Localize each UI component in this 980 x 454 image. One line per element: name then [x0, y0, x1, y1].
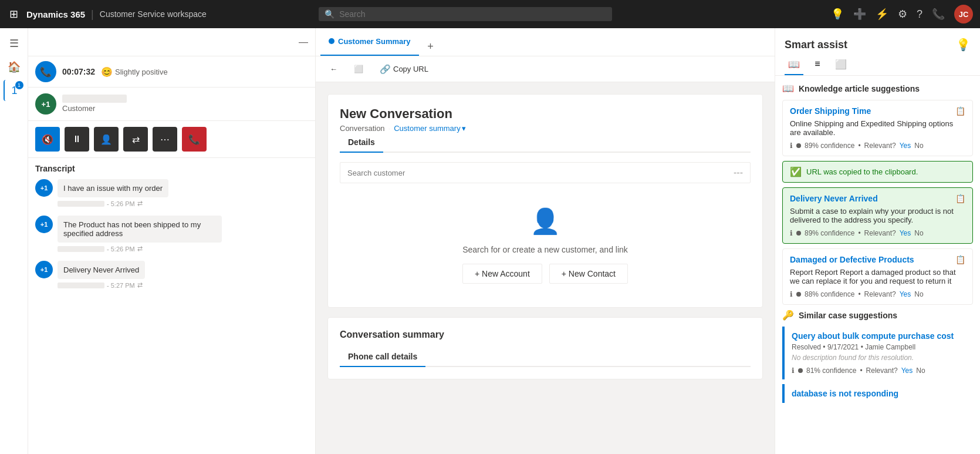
cta-buttons: + New Account + New Contact: [462, 264, 628, 284]
new-contact-button[interactable]: + New Contact: [549, 264, 628, 284]
phone-tab-bar: Phone call details: [340, 347, 751, 367]
details-tab-bar: Details: [340, 133, 751, 153]
sentiment-icon: 😊: [101, 66, 113, 78]
copied-text: URL was copied to the clipboard.: [806, 167, 918, 176]
conversation-summary-card: Conversation summary Phone call details: [327, 317, 763, 379]
add-nav-icon[interactable]: ➕: [853, 8, 866, 21]
phone-nav-icon[interactable]: 📞: [932, 8, 945, 21]
search-bar[interactable]: 🔍: [319, 7, 612, 21]
new-conversation-card: New Conversation Conversation · Customer…: [327, 94, 763, 308]
relevant-yes-2[interactable]: Yes: [900, 229, 911, 237]
relevant-no-2[interactable]: No: [914, 229, 923, 237]
info-icon-1[interactable]: ℹ: [790, 142, 793, 150]
suggestion-title-3[interactable]: Damaged or Defective Products 📋: [790, 255, 965, 264]
translate-icon-1[interactable]: ⇄: [137, 200, 143, 207]
more-button[interactable]: ⋯: [153, 127, 177, 152]
back-icon: ←: [330, 65, 337, 73]
consult-button[interactable]: ⇄: [123, 127, 148, 152]
search-customer-field[interactable]: ---: [340, 162, 751, 183]
grid-icon[interactable]: ⊞: [7, 5, 21, 23]
copy-suggestion-1[interactable]: 📋: [955, 106, 965, 116]
info-icon-2[interactable]: ℹ: [790, 229, 793, 237]
sidebar-menu-icon[interactable]: ☰: [4, 33, 25, 54]
copy-url-button[interactable]: 🔗 Copy URL: [375, 62, 433, 77]
transcript-meta-2: - 5:26 PM ⇄: [58, 245, 222, 253]
suggestion-title-1[interactable]: Order Shipping Time 📋: [790, 106, 965, 116]
phone-call-details-tab[interactable]: Phone call details: [340, 347, 425, 367]
suggestion-card-2: Delivery Never Arrived 📋 Submit a case t…: [782, 187, 973, 244]
smart-assist-title: Smart assist: [785, 39, 847, 51]
translate-icon-2[interactable]: ⇄: [137, 245, 143, 253]
lightbulb-nav-icon[interactable]: 💡: [831, 8, 844, 21]
search-customer-input[interactable]: [347, 169, 729, 177]
back-button[interactable]: ←: [325, 62, 342, 76]
settings-nav-icon[interactable]: ⚙: [898, 8, 907, 21]
filter-nav-icon[interactable]: ⚡: [876, 8, 888, 21]
user-avatar[interactable]: JC: [954, 5, 973, 23]
smart-assist-tab-list[interactable]: ≡: [808, 56, 827, 75]
transcript-avatar-3: +1: [35, 261, 53, 278]
mute-button[interactable]: 🔇: [35, 127, 60, 152]
sidebar-notification-icon[interactable]: 1 1: [4, 80, 25, 101]
smart-assist-tab-book[interactable]: 📖: [785, 56, 803, 75]
lightbulb-icon[interactable]: 💡: [956, 38, 971, 52]
details-tab[interactable]: Details: [340, 133, 383, 153]
copy-suggestion-3[interactable]: 📋: [955, 255, 965, 264]
relevant-yes-1[interactable]: Yes: [900, 142, 911, 150]
similar-section-title: Similar case suggestions: [799, 311, 897, 320]
sentiment-badge: 😊 Slightly positive: [101, 66, 168, 78]
relevant-label-2: Relevant?: [864, 229, 896, 237]
suggestion-footer-1: ℹ 89% confidence • Relevant? Yes No: [790, 142, 965, 150]
search-icon: 🔍: [325, 9, 334, 19]
translate-icon-3[interactable]: ⇄: [137, 281, 143, 289]
smart-assist-content: 📖 Knowledge article suggestions Order Sh…: [775, 76, 980, 454]
hold-button[interactable]: ⏸: [65, 127, 89, 152]
end-call-button[interactable]: 📞: [182, 127, 207, 152]
smart-assist-tab-open[interactable]: ⬜: [832, 56, 850, 75]
relevant-no-sc1[interactable]: No: [916, 366, 925, 375]
info-icon-sc1[interactable]: ℹ: [792, 366, 795, 375]
help-nav-icon[interactable]: ?: [917, 8, 922, 21]
suggestion-body-2: Submit a case to explain why your produc…: [790, 207, 965, 224]
sidebar-home-icon[interactable]: 🏠: [4, 56, 25, 78]
similar-section-label: 🔑 Similar case suggestions: [782, 310, 973, 321]
call-timer: 00:07:32: [62, 67, 95, 76]
confidence-dot-1: [796, 143, 801, 148]
transcript-avatar-2: +1: [35, 216, 53, 233]
search-input[interactable]: [339, 9, 606, 19]
customer-avatar: +1: [35, 93, 56, 115]
center-panel: Customer Summary + ← ⬜ 🔗 Copy URL New Co…: [316, 28, 775, 454]
database-case-title[interactable]: database is not responding: [792, 389, 966, 398]
relevant-no-1[interactable]: No: [914, 142, 923, 150]
new-account-button[interactable]: + New Account: [462, 264, 542, 284]
suggestion-body-3: Report Report Report a damaged product s…: [790, 268, 965, 285]
popout-button[interactable]: ⬜: [349, 62, 368, 76]
tab-bar: Customer Summary +: [316, 28, 775, 56]
new-conversation-title: New Conversation: [340, 106, 751, 122]
relevant-no-3[interactable]: No: [914, 290, 923, 298]
relevant-yes-3[interactable]: Yes: [900, 290, 911, 298]
tab-customer-summary[interactable]: Customer Summary: [320, 28, 419, 56]
similar-case-title-1[interactable]: Query about bulk compute purchase cost: [792, 331, 966, 341]
similar-section-icon: 🔑: [782, 310, 794, 321]
breadcrumb-conversation: Conversation: [340, 124, 385, 133]
copy-suggestion-2[interactable]: 📋: [955, 194, 965, 203]
copy-url-label: Copy URL: [393, 65, 428, 73]
transcript-avatar-1: +1: [35, 179, 53, 197]
tab-add-button[interactable]: +: [421, 37, 440, 56]
relevant-label-1: Relevant?: [864, 142, 896, 150]
sentiment-label: Slightly positive: [115, 68, 168, 76]
brand-title: Dynamics 365: [26, 9, 85, 19]
suggestion-title-2[interactable]: Delivery Never Arrived 📋: [790, 194, 965, 203]
breadcrumb-summary[interactable]: Customer summary ▾: [394, 124, 465, 133]
transcript-item-2: +1 The Product has not been shipped to m…: [35, 216, 308, 253]
call-icon: 📞: [35, 61, 56, 82]
minimize-icon[interactable]: —: [299, 37, 308, 48]
info-icon-3[interactable]: ℹ: [790, 290, 793, 298]
transfer-button[interactable]: 👤: [94, 127, 119, 152]
transcript-meta-3: - 5:27 PM ⇄: [58, 281, 145, 289]
popout-icon: ⬜: [354, 65, 363, 73]
confidence-dot-3: [796, 292, 801, 297]
search-separator: ---: [734, 167, 743, 178]
relevant-yes-sc1[interactable]: Yes: [901, 366, 913, 375]
